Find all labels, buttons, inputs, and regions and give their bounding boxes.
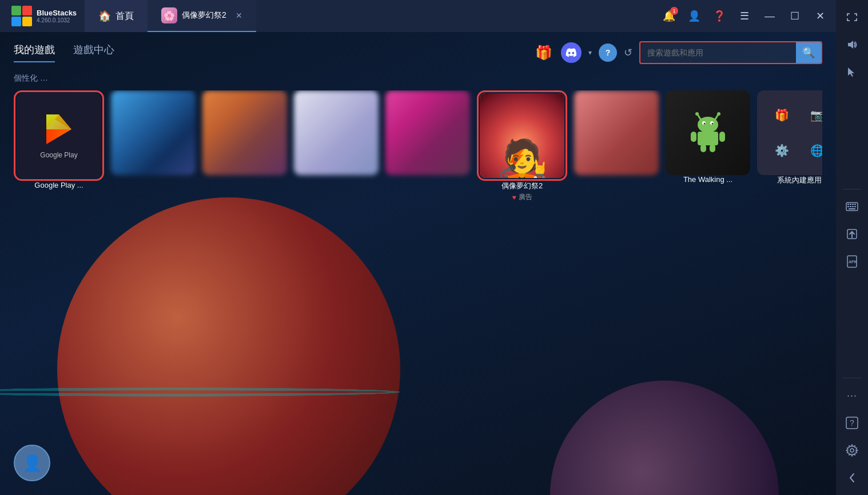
section-label: 個性化 … <box>14 73 822 84</box>
nav-tab-my-games[interactable]: 我的遊戲 <box>14 43 55 62</box>
game-label-sys: 系統內建應用 <box>777 175 822 185</box>
game-item-ph5[interactable] <box>574 90 659 175</box>
account-button[interactable]: 👤 <box>683 5 706 27</box>
ad-label: ♥ 廣告 <box>512 192 532 202</box>
sidebar-cursor-button[interactable] <box>839 60 865 85</box>
game-label-walking: The Walking ... <box>683 175 732 184</box>
sidebar-settings-button[interactable] <box>839 438 865 463</box>
game-placeholder-2 <box>202 90 287 175</box>
games-row: Google Play Google Play ... <box>14 90 822 202</box>
game-placeholder-3 <box>294 90 379 175</box>
tab-close-icon[interactable]: ✕ <box>236 11 242 20</box>
discord-button[interactable] <box>561 42 582 63</box>
svg-rect-31 <box>852 206 854 207</box>
search-container: 🔍 <box>639 41 822 64</box>
close-button[interactable]: ✕ <box>809 5 831 27</box>
nav-help-button[interactable]: ? <box>599 43 617 62</box>
svg-rect-27 <box>852 204 854 205</box>
avatar-icon: 👤 <box>22 454 42 473</box>
refresh-button[interactable]: ↺ <box>624 46 632 59</box>
sidebar-import-button[interactable] <box>839 221 865 247</box>
svg-rect-0 <box>11 6 21 15</box>
svg-rect-19 <box>719 132 725 142</box>
avatar-button[interactable]: 👤 <box>14 445 50 481</box>
svg-point-9 <box>695 112 699 116</box>
cursor-icon <box>846 66 858 78</box>
nav-tab-game-center[interactable]: 遊戲中心 <box>73 43 114 62</box>
play-store-triangle <box>42 112 76 146</box>
game-item-ph2[interactable] <box>202 90 287 175</box>
bluestacks-logo-icon <box>11 6 32 26</box>
game-item-idol[interactable]: 🧑‍🎤 偶像夢幻祭2 ♥ 廣告 <box>477 90 567 202</box>
svg-rect-32 <box>854 206 856 207</box>
sys-app-camera: 📷 <box>802 100 822 130</box>
sidebar-back-button[interactable] <box>839 465 865 490</box>
sidebar-divider-2 <box>843 378 861 378</box>
nav-actions: 🎁 ▾ ? ↺ 🔍 <box>533 41 822 64</box>
game-item-ph4[interactable] <box>385 90 470 175</box>
right-sidebar: APK ··· ? <box>836 0 868 495</box>
sidebar-more-button[interactable]: ··· <box>839 383 865 408</box>
svg-rect-33 <box>849 208 855 209</box>
help-icon: ? <box>846 417 858 429</box>
sys-app-gift: 🎁 <box>766 100 797 130</box>
bluestacks-logo: BlueStacks 4.260.0.1032 <box>5 6 85 26</box>
svg-rect-18 <box>691 132 696 142</box>
expand-icon <box>846 11 858 23</box>
sidebar-apk-button[interactable]: APK <box>839 249 865 274</box>
search-button[interactable]: 🔍 <box>796 42 821 63</box>
game-label-google-play: Google Play ... <box>34 181 83 189</box>
svg-rect-1 <box>22 6 32 15</box>
svg-rect-25 <box>847 204 849 205</box>
notification-button[interactable]: 🔔 1 <box>658 5 680 27</box>
sys-app-gear: ⚙️ <box>766 135 797 166</box>
svg-point-11 <box>717 112 720 116</box>
apk-icon: APK <box>846 255 858 268</box>
sidebar-expand-button[interactable] <box>839 5 865 30</box>
svg-rect-30 <box>850 206 851 207</box>
svg-marker-23 <box>848 68 854 77</box>
game-item-ph1[interactable] <box>111 90 196 175</box>
title-bar: BlueStacks 4.260.0.1032 🏠 首頁 🌸 偶像夢幻祭2 ✕ … <box>0 0 836 32</box>
background-scene <box>0 171 836 495</box>
heart-icon: ♥ <box>512 193 516 201</box>
sidebar-keyboard-button[interactable] <box>839 194 865 219</box>
game-item-sys[interactable]: 🎁 📷 ⚙️ 🌐 系統內建應用 <box>757 90 822 185</box>
nav-bar: 我的遊戲 遊戲中心 🎁 ▾ ? ↺ 🔍 <box>0 32 836 64</box>
maximize-button[interactable]: ☐ <box>783 5 806 27</box>
search-input[interactable] <box>640 45 796 61</box>
discord-dropdown-icon[interactable]: ▾ <box>588 49 592 57</box>
walking-dead-icon <box>666 90 750 175</box>
svg-rect-26 <box>850 204 851 205</box>
minimize-button[interactable]: — <box>758 5 781 27</box>
settings-icon <box>846 444 858 457</box>
tab-game[interactable]: 🌸 偶像夢幻祭2 ✕ <box>148 0 256 32</box>
sidebar-help-button[interactable]: ? <box>839 410 865 435</box>
svg-rect-17 <box>698 132 718 145</box>
svg-rect-29 <box>847 206 849 207</box>
bluestacks-logo-text: BlueStacks 4.260.0.1032 <box>37 9 77 24</box>
idol-game-icon: 🧑‍🎤 <box>480 93 564 178</box>
keyboard-icon <box>846 202 858 211</box>
title-bar-controls: 🔔 1 👤 ❓ ☰ — ☐ ✕ <box>658 5 831 27</box>
android-icon <box>685 110 731 156</box>
game-item-google-play[interactable]: Google Play Google Play ... <box>14 90 104 189</box>
menu-button[interactable]: ☰ <box>733 5 756 27</box>
help-button[interactable]: ❓ <box>708 5 731 27</box>
svg-rect-3 <box>22 17 32 26</box>
svg-point-15 <box>704 123 706 125</box>
more-icon: ··· <box>847 390 857 402</box>
gift-button[interactable]: 🎁 <box>533 42 554 63</box>
tab-home[interactable]: 🏠 首頁 <box>85 0 148 32</box>
games-section: 個性化 … <box>0 64 836 207</box>
game-placeholder-5 <box>574 90 659 175</box>
svg-point-16 <box>712 123 714 125</box>
main-container: BlueStacks 4.260.0.1032 🏠 首頁 🌸 偶像夢幻祭2 ✕ … <box>0 0 836 495</box>
sidebar-volume-button[interactable] <box>839 32 865 57</box>
content-area: 我的遊戲 遊戲中心 🎁 ▾ ? ↺ 🔍 <box>0 32 836 495</box>
game-item-walking[interactable]: The Walking ... <box>666 90 750 184</box>
sys-apps-icon: 🎁 📷 ⚙️ 🌐 <box>757 90 822 175</box>
planet-large <box>57 197 400 495</box>
game-item-ph3[interactable] <box>294 90 379 175</box>
sidebar-divider-1 <box>843 189 861 189</box>
